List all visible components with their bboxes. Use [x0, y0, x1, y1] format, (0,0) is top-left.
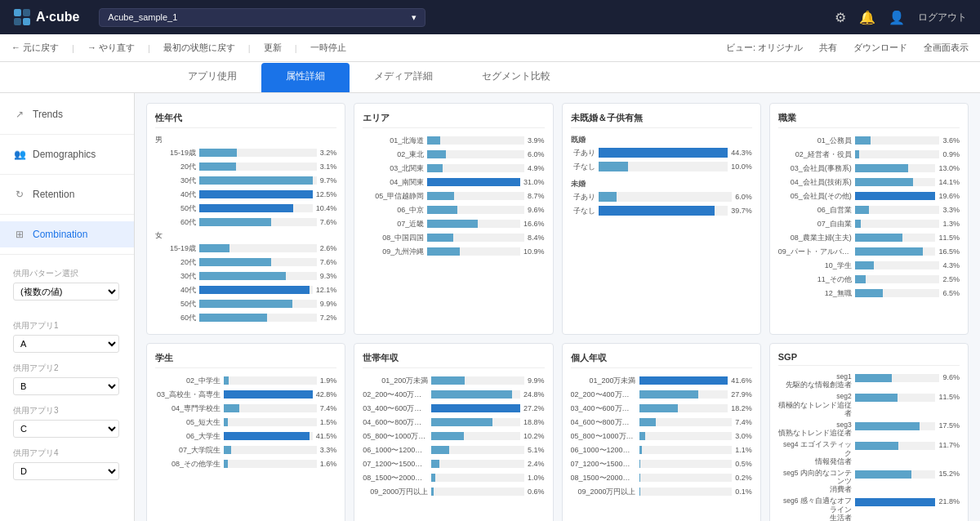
svg-rect-3: [23, 18, 30, 25]
student-bars: 02_中学生 1.9% 03_高校生・高専生 42.8% 04_専門学校生 7.…: [155, 375, 336, 470]
female-label: 女: [155, 230, 336, 241]
sidebar-app4-select[interactable]: D: [13, 462, 119, 480]
combination-icon: ⊞: [13, 228, 26, 241]
list-item: 03_400〜600万未満 27.2%: [363, 403, 544, 414]
sidebar-app3-label: 供用アプリ3: [13, 405, 121, 416]
list-item: 04_会社員(技術系) 14.1%: [778, 176, 960, 188]
logo: A·cube: [13, 8, 79, 26]
list-item: seg3 慎熟なトレンド追従者 17.5%: [778, 421, 960, 437]
content-area: 性年代 男 15-19歳 3.2% 20代 3.1% 30代 9.7% 40代 …: [135, 93, 980, 521]
list-item: 01_200万未満 41.6%: [571, 375, 752, 386]
list-item: seg5 内向的なコンテンツ 消費者 15.2%: [778, 469, 960, 494]
chevron-down-icon: ▾: [412, 12, 416, 23]
list-item: 01_200万未満 9.9%: [363, 375, 544, 386]
sidebar-app1-select[interactable]: A: [13, 335, 119, 353]
list-item: 06_中京 9.6%: [363, 204, 544, 216]
tab-app-usage[interactable]: アプリ使用: [163, 63, 261, 92]
sidebar-app2-section: 供用アプリ2 B: [0, 356, 134, 399]
chart-student-title: 学生: [155, 352, 336, 368]
svg-rect-0: [14, 9, 21, 16]
list-item: 02_東北 6.0%: [363, 149, 544, 160]
list-item: 子なし 10.0%: [571, 161, 752, 172]
sidebar-item-trends[interactable]: ↗ Trends: [0, 101, 134, 127]
list-item: 60代 7.2%: [155, 312, 336, 323]
chart-student: 学生 02_中学生 1.9% 03_高校生・高専生 42.8% 04_専門学校生…: [146, 343, 345, 521]
sidebar-app2-select[interactable]: B: [13, 377, 119, 395]
logout-button[interactable]: ログアウト: [918, 11, 967, 24]
household-bars: 01_200万未満 9.9% 02_200〜400万未満 24.8% 03_40…: [363, 375, 544, 497]
list-item: 09_2000万円以上 0.1%: [571, 486, 752, 497]
fullscreen-button[interactable]: 全画面表示: [920, 40, 972, 56]
sidebar-divider-4: [0, 254, 134, 255]
bell-icon[interactable]: 🔔: [859, 10, 875, 25]
chart-occupation-title: 職業: [778, 112, 960, 128]
sidebar-divider-3: [0, 214, 134, 215]
list-item: 12_無職 6.5%: [778, 287, 960, 299]
chart-household-income: 世帯年収 01_200万未満 9.9% 02_200〜400万未満 24.8% …: [354, 343, 553, 521]
header: A·cube Acube_sample_1 ▾ ⚙ 🔔 👤 ログアウト: [0, 0, 980, 34]
chart-marital: 未既婚＆子供有無 既婚 子あり 44.3% 子なし 10.0% 未婚 子あり 6…: [562, 103, 761, 335]
chart-gender-age: 性年代 男 15-19歳 3.2% 20代 3.1% 30代 9.7% 40代 …: [146, 103, 345, 335]
list-item: 09_2000万円以上 0.6%: [363, 486, 544, 497]
toolbar-right: ビュー: オリジナル 共有 ダウンロード 全画面表示: [723, 40, 972, 56]
list-item: 01_北海道 3.9%: [363, 135, 544, 146]
main-content: ↗ Trends 👥 Demographics ↻ Retention ⊞ Co…: [0, 93, 980, 521]
chart-personal-income: 個人年収 01_200万未満 41.6% 02_200〜400万未満 27.9%…: [562, 343, 761, 521]
chart-personal-income-title: 個人年収: [571, 352, 752, 368]
tab-attributes[interactable]: 属性詳細: [261, 63, 350, 92]
list-item: 09_九州沖縄 10.9%: [363, 246, 544, 257]
toolbar: ← 元に戻す | → やり直す | 最初の状態に戻す | 更新 | 一時停止 ビ…: [0, 34, 980, 62]
reset-button[interactable]: 最初の状態に戻す: [160, 40, 238, 56]
settings-icon[interactable]: ⚙: [835, 10, 846, 25]
user-icon[interactable]: 👤: [889, 10, 905, 25]
sidebar-pattern-section: 供用パターン選択 (複数の値): [0, 261, 134, 304]
sidebar-app4-label: 供用アプリ4: [13, 448, 121, 459]
app-selector[interactable]: Acube_sample_1 ▾: [99, 8, 425, 27]
sidebar-item-retention[interactable]: ↻ Retention: [0, 181, 134, 207]
pause-button[interactable]: 一時停止: [307, 40, 350, 56]
sidebar-divider-1: [0, 134, 134, 135]
chart-marital-title: 未既婚＆子供有無: [571, 112, 752, 128]
list-item: 04_600〜800万未満 18.8%: [363, 416, 544, 428]
sidebar-pattern-select[interactable]: (複数の値): [13, 283, 119, 301]
back-button[interactable]: ← 元に戻す: [8, 40, 62, 56]
list-item: 04_南関東 31.0%: [363, 176, 544, 188]
list-item: 02_200〜400万未満 27.9%: [571, 389, 752, 400]
list-item: 02_200〜400万未満 24.8%: [363, 389, 544, 400]
marital-group: 既婚 子あり 44.3% 子なし 10.0%: [571, 135, 752, 172]
list-item: 07_近畿 16.6%: [363, 218, 544, 229]
chart-gender-age-title: 性年代: [155, 112, 336, 128]
chart-gender-age-content: 男 15-19歳 3.2% 20代 3.1% 30代 9.7% 40代 12.5…: [155, 135, 336, 323]
list-item: 04_専門学校生 7.4%: [155, 403, 336, 414]
list-item: 04_600〜800万未満 7.4%: [571, 416, 752, 428]
sidebar-combination-label: Combination: [33, 229, 87, 240]
chart-occupation: 職業 01_公務員 3.6% 02_経営者・役員 0.9% 03_会社員(事務系…: [769, 103, 969, 335]
download-button[interactable]: ダウンロード: [850, 40, 911, 56]
share-button[interactable]: 共有: [816, 40, 840, 56]
list-item: 08_1500〜2000万未満 1.0%: [363, 472, 544, 483]
female-section: 女 15-19歳 2.6% 20代 7.6% 30代 9.3% 40代 12.1…: [155, 230, 336, 323]
refresh-button[interactable]: 更新: [261, 40, 285, 56]
svg-rect-1: [23, 9, 30, 16]
view-button[interactable]: ビュー: オリジナル: [723, 40, 806, 56]
forward-button[interactable]: → やり直す: [84, 40, 138, 56]
sidebar-pattern-label: 供用パターン選択: [13, 268, 121, 279]
tab-segment[interactable]: セグメント比較: [457, 63, 575, 92]
list-item: seg4 エゴイスティック 情報発信者 11.7%: [778, 440, 960, 465]
list-item: 40代 12.5%: [155, 189, 336, 200]
list-item: 03_400〜600万未満 18.2%: [571, 403, 752, 414]
sidebar-item-demographics[interactable]: 👥 Demographics: [0, 141, 134, 167]
list-item: 06_自営業 3.3%: [778, 204, 960, 216]
list-item: 06_大学生 41.5%: [155, 430, 336, 442]
charts-grid: 性年代 男 15-19歳 3.2% 20代 3.1% 30代 9.7% 40代 …: [146, 103, 969, 521]
male-section: 男 15-19歳 3.2% 20代 3.1% 30代 9.7% 40代 12.5…: [155, 135, 336, 228]
tab-media[interactable]: メディア詳細: [350, 63, 457, 92]
sidebar-app1-label: 供用アプリ1: [13, 320, 121, 332]
sidebar-app3-select[interactable]: C: [13, 420, 119, 438]
list-item: 60代 7.6%: [155, 216, 336, 228]
list-item: seg1 先駆的な情報創造者 9.6%: [778, 372, 960, 389]
list-item: 07_1200〜1500万未満 2.4%: [363, 458, 544, 470]
chart-household-income-title: 世帯年収: [363, 352, 544, 368]
sidebar-item-combination[interactable]: ⊞ Combination: [0, 221, 134, 247]
list-item: 子あり 44.3%: [571, 147, 752, 158]
